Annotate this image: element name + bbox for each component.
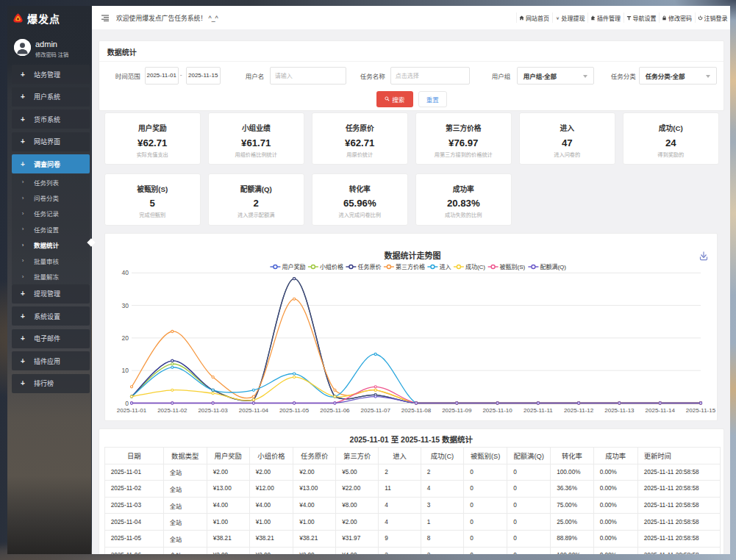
svg-text:进入: 进入 — [439, 264, 451, 270]
svg-text:2025-11-11: 2025-11-11 — [524, 407, 553, 414]
svg-text:配额满(Q): 配额满(Q) — [540, 263, 566, 270]
svg-text:2025-11-09: 2025-11-09 — [442, 407, 472, 414]
svg-text:2025-11-12: 2025-11-12 — [564, 407, 594, 414]
svg-text:成功(C): 成功(C) — [465, 263, 485, 270]
svg-text:0: 0 — [125, 400, 129, 407]
svg-text:小组价格: 小组价格 — [320, 263, 343, 270]
svg-text:任务原价: 任务原价 — [357, 263, 381, 270]
svg-text:2025-11-15: 2025-11-15 — [686, 407, 716, 414]
svg-text:被甄别(S): 被甄别(S) — [500, 263, 526, 270]
svg-text:2025-11-03: 2025-11-03 — [198, 407, 228, 414]
svg-text:¥: ¥ — [556, 15, 559, 21]
svg-text:2025-11-01: 2025-11-01 — [117, 407, 147, 414]
svg-text:2025-11-14: 2025-11-14 — [646, 407, 676, 414]
svg-text:2025-11-13: 2025-11-13 — [604, 407, 635, 414]
svg-text:2025-11-07: 2025-11-07 — [361, 407, 391, 414]
svg-text:30: 30 — [122, 302, 129, 309]
svg-text:2025-11-06: 2025-11-06 — [320, 407, 350, 414]
svg-text:40: 40 — [122, 269, 129, 276]
svg-text:第三方价格: 第三方价格 — [396, 263, 425, 270]
svg-text:2025-11-10: 2025-11-10 — [482, 407, 512, 414]
svg-text:用户奖励: 用户奖励 — [282, 263, 305, 270]
svg-text:数据统计走势图: 数据统计走势图 — [385, 251, 441, 260]
svg-text:10: 10 — [122, 367, 129, 374]
svg-text:2025-11-02: 2025-11-02 — [157, 407, 187, 414]
svg-text:2025-11-05: 2025-11-05 — [279, 407, 310, 414]
svg-text:2025-11-04: 2025-11-04 — [239, 407, 269, 414]
svg-text:20: 20 — [122, 334, 129, 342]
svg-text:2025-11-08: 2025-11-08 — [401, 407, 432, 414]
